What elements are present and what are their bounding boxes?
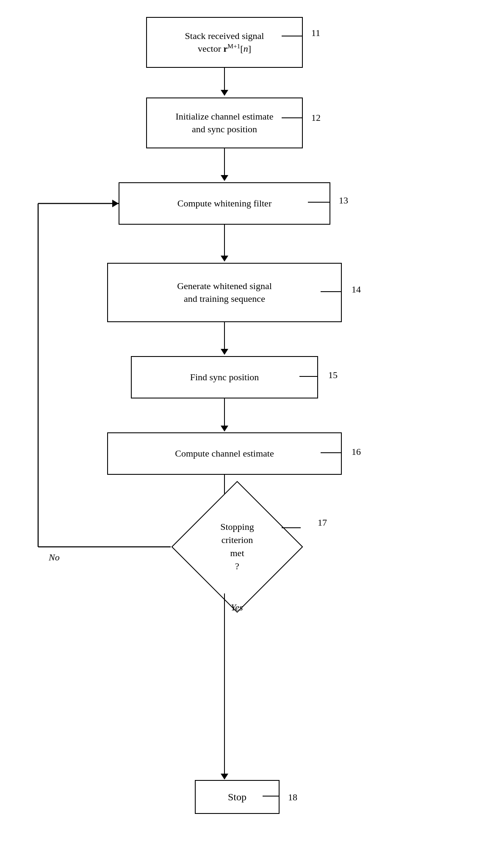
box-stack-signal-label: Stack received signalvector rM+1[n] [185, 30, 264, 56]
box-init-channel-label: Initialize channel estimateand sync posi… [176, 110, 274, 135]
ref-17-line [301, 528, 322, 532]
arrow-15-16 [224, 398, 225, 427]
ref-16-line [342, 453, 354, 457]
box-stop-label: Stop [228, 790, 246, 804]
label-yes: Yes [231, 602, 243, 613]
diamond-label: Stoppingcriterionmet? [191, 501, 283, 593]
ref-18-line [280, 796, 292, 800]
arrowhead-14-15 [221, 349, 228, 355]
box-init-channel: Initialize channel estimateand sync posi… [146, 97, 303, 148]
arrow-14-15 [224, 322, 225, 350]
diamond-shape: Stoppingcriterionmet? [171, 481, 303, 613]
box-compute-whitening-label: Compute whitening filter [177, 197, 271, 210]
flowchart: Stack received signalvector rM+1[n] 11 I… [0, 0, 504, 844]
arrowhead-15-16 [221, 426, 228, 432]
box-find-sync-label: Find sync position [190, 371, 259, 384]
box-compute-channel-label: Compute channel estimate [175, 447, 274, 460]
box-compute-channel: Compute channel estimate [107, 432, 342, 475]
ref-15-line [318, 376, 331, 381]
arrow-11-12 [224, 68, 225, 91]
arrowhead-11-12 [221, 90, 228, 96]
ref-11-line [303, 23, 337, 57]
svg-marker-5 [112, 200, 119, 207]
diamond-stopping-criterion: Stoppingcriterionmet? [190, 500, 284, 594]
arrowhead-13-14 [221, 256, 228, 262]
ref-12-line [303, 118, 337, 122]
box-generate-whitened-label: Generate whitened signaland training seq… [177, 280, 272, 305]
arrowhead-12-13 [221, 175, 228, 181]
box-generate-whitened: Generate whitened signaland training seq… [107, 263, 342, 322]
ref-17: 17 [318, 517, 327, 528]
ref-13-line [330, 202, 343, 206]
box-compute-whitening: Compute whitening filter [119, 182, 330, 225]
label-no: No [49, 552, 60, 563]
box-find-sync: Find sync position [131, 356, 318, 398]
arrow-12-13 [224, 148, 225, 176]
arrow-13-14 [224, 225, 225, 257]
arrowhead-17-18 [221, 774, 228, 780]
ref-14-line [342, 292, 354, 296]
box-stack-signal: Stack received signalvector rM+1[n] [146, 17, 303, 68]
arrow-17-18 [224, 593, 225, 775]
box-stop: Stop [195, 780, 280, 814]
